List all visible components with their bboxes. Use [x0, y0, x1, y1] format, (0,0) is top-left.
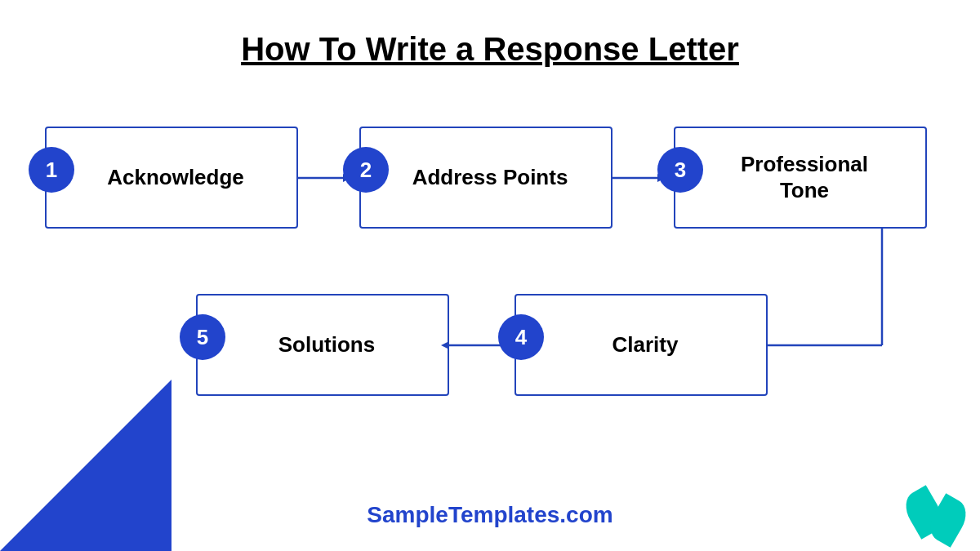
- circle-1: 1: [29, 147, 74, 193]
- label-clarity: Clarity: [604, 332, 679, 358]
- circle-2: 2: [343, 147, 389, 193]
- label-professional-tone: Professional Tone: [733, 152, 868, 202]
- page-title: How To Write a Response Letter: [0, 0, 980, 68]
- label-address-points: Address Points: [404, 165, 568, 190]
- box-solutions: Solutions: [196, 294, 449, 396]
- box-acknowledge: Acknowledge: [45, 127, 298, 229]
- circle-3: 3: [657, 147, 703, 193]
- box-professional-tone: Professional Tone: [674, 127, 927, 229]
- label-acknowledge: Acknowledge: [99, 165, 244, 190]
- footer-text: SampleTemplates.com: [0, 502, 980, 528]
- box-address-points: Address Points: [359, 127, 612, 229]
- box-clarity: Clarity: [514, 294, 768, 396]
- circle-5: 5: [180, 314, 225, 360]
- circle-4: 4: [498, 314, 544, 360]
- leaf-decoration: [898, 478, 964, 543]
- label-solutions: Solutions: [270, 332, 375, 358]
